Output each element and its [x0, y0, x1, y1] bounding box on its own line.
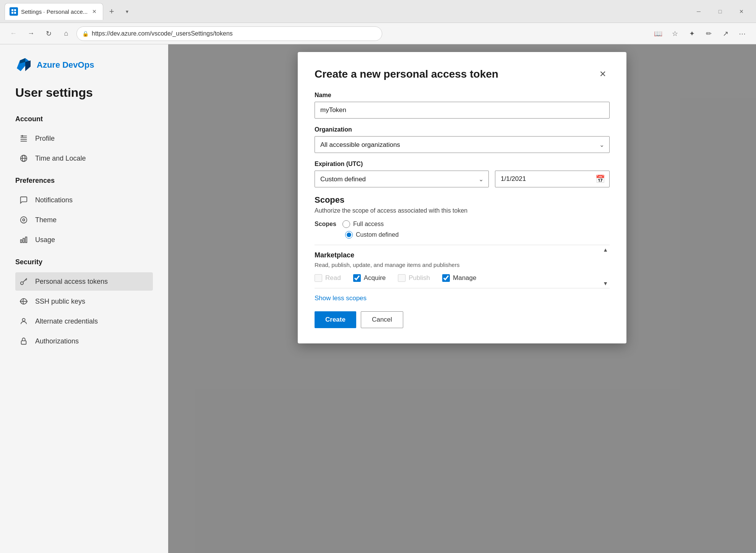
sidebar-section-security-title: Security	[15, 258, 153, 266]
org-field-group: Organization All accessible organization…	[315, 126, 610, 153]
org-select-wrapper: All accessible organizations ⌄	[315, 136, 610, 153]
custom-defined-radio[interactable]	[345, 231, 353, 239]
pen-button[interactable]: ✏	[701, 26, 716, 41]
expiration-select-wrapper: Custom defined ⌄	[315, 171, 489, 187]
manage-checkbox[interactable]	[442, 274, 450, 282]
toolbar-actions: 📖 ☆ ✦ ✏ ↗ ⋯	[651, 26, 750, 41]
custom-defined-label: Custom defined	[356, 231, 399, 238]
scopes-label: Scopes	[315, 221, 336, 228]
address-bar[interactable]: 🔒	[76, 26, 382, 41]
acquire-checkbox[interactable]	[353, 274, 361, 282]
sidebar-item-notifications[interactable]: Notifications	[15, 191, 153, 209]
sidebar-item-usage[interactable]: Usage	[15, 231, 153, 249]
page-title: User settings	[15, 86, 153, 100]
org-select[interactable]: All accessible organizations	[315, 136, 610, 153]
svg-rect-0	[11, 9, 13, 11]
full-access-option[interactable]: Full access	[342, 220, 384, 228]
acquire-label: Acquire	[364, 274, 386, 282]
checkbox-manage[interactable]: Manage	[442, 274, 476, 282]
reader-view-button[interactable]: 📖	[651, 26, 666, 41]
settings-menu-button[interactable]: ⋯	[735, 26, 750, 41]
date-input[interactable]	[495, 171, 610, 187]
checkbox-read[interactable]: Read	[315, 274, 341, 282]
sidebar-item-authorizations-label: Authorizations	[35, 337, 79, 345]
close-window-button[interactable]: ✕	[732, 4, 751, 19]
sidebar: Azure DevOps User settings Account Profi…	[0, 44, 168, 553]
checkbox-acquire[interactable]: Acquire	[353, 274, 386, 282]
svg-rect-1	[14, 9, 16, 11]
home-button[interactable]: ⌂	[59, 26, 73, 41]
expiration-select[interactable]: Custom defined	[315, 171, 489, 187]
publish-checkbox[interactable]	[398, 274, 406, 282]
svg-rect-15	[21, 240, 22, 242]
scopes-description: Authorize the scope of access associated…	[315, 207, 610, 214]
sidebar-item-profile-label: Profile	[35, 135, 55, 143]
full-access-label: Full access	[353, 221, 384, 228]
share-button[interactable]: ↗	[718, 26, 733, 41]
favorites-button[interactable]: ☆	[667, 26, 683, 41]
collections-button[interactable]: ✦	[684, 26, 699, 41]
maximize-button[interactable]: □	[710, 4, 730, 19]
scroll-up-button[interactable]: ▲	[603, 247, 608, 253]
name-input[interactable]	[315, 102, 610, 119]
date-input-wrapper: 📅	[495, 171, 610, 187]
sidebar-item-time-locale-label: Time and Locale	[35, 155, 86, 163]
sidebar-item-authorizations[interactable]: Authorizations	[15, 332, 153, 350]
checkbox-publish[interactable]: Publish	[398, 274, 430, 282]
sidebar-item-profile[interactable]: Profile	[15, 129, 153, 148]
sidebar-item-alt-creds-label: Alternate credentials	[35, 317, 98, 325]
sidebar-item-alt-creds[interactable]: Alternate credentials	[15, 312, 153, 330]
marketplace-checkboxes-row: Read Acquire Publish Manag	[315, 274, 610, 282]
marketplace-title: Marketplace	[315, 251, 610, 259]
read-label: Read	[325, 274, 341, 282]
show-less-scopes-link[interactable]: Show less scopes	[315, 294, 367, 302]
window-controls: ─ □ ✕	[689, 4, 751, 19]
ado-logo-icon	[15, 57, 32, 73]
sidebar-section-account-title: Account	[15, 115, 153, 123]
ado-title: Azure DevOps	[37, 60, 94, 70]
marketplace-section: ▲ Marketplace Read, publish, update, and…	[315, 245, 610, 288]
expiration-label: Expiration (UTC)	[315, 161, 610, 168]
svg-point-13	[21, 217, 27, 223]
full-access-radio[interactable]	[342, 220, 350, 228]
name-label: Name	[315, 92, 610, 99]
read-checkbox[interactable]	[315, 274, 322, 282]
svg-point-20	[22, 319, 25, 321]
cancel-button[interactable]: Cancel	[361, 311, 403, 328]
tab-favicon	[10, 7, 18, 16]
sidebar-item-time-locale[interactable]: Time and Locale	[15, 149, 153, 168]
svg-point-14	[23, 219, 25, 221]
modal-close-button[interactable]: ✕	[596, 67, 610, 81]
sidebar-item-theme[interactable]: Theme	[15, 211, 153, 229]
ado-header: Azure DevOps	[15, 57, 153, 73]
url-input[interactable]	[92, 30, 376, 37]
svg-rect-21	[21, 341, 26, 344]
browser-toolbar: ← → ↻ ⌂ 🔒 📖 ☆ ✦ ✏ ↗ ⋯	[0, 23, 756, 44]
tab-title: Settings · Personal acce...	[21, 8, 88, 15]
custom-defined-option[interactable]: Custom defined	[345, 231, 399, 239]
notifications-icon	[18, 195, 29, 205]
tab-bar: Settings · Personal acce... ✕ + ▾	[5, 3, 134, 20]
scopes-title: Scopes	[315, 195, 610, 205]
browser-tab[interactable]: Settings · Personal acce... ✕	[5, 3, 103, 20]
browser-titlebar: Settings · Personal acce... ✕ + ▾ ─ □ ✕	[0, 0, 756, 23]
create-button[interactable]: Create	[315, 311, 356, 328]
forward-button[interactable]: →	[24, 26, 38, 41]
svg-point-18	[21, 282, 23, 285]
sidebar-section-security: Security Personal access tokens	[15, 258, 153, 350]
minimize-button[interactable]: ─	[689, 4, 709, 19]
refresh-button[interactable]: ↻	[41, 26, 56, 41]
sidebar-item-ssh-label: SSH public keys	[35, 298, 85, 306]
theme-icon	[18, 215, 29, 225]
expiration-row: Custom defined ⌄ 📅	[315, 171, 610, 187]
back-button[interactable]: ←	[6, 26, 21, 41]
key-icon	[18, 276, 29, 287]
sidebar-item-ssh[interactable]: SSH public keys	[15, 292, 153, 311]
tab-close-button[interactable]: ✕	[91, 8, 98, 15]
sidebar-item-pat[interactable]: Personal access tokens	[15, 272, 153, 291]
tab-dropdown-button[interactable]: ▾	[120, 5, 134, 18]
sidebar-section-preferences: Preferences Notifications Theme	[15, 177, 153, 249]
scroll-down-button[interactable]: ▼	[603, 280, 608, 286]
new-tab-button[interactable]: +	[105, 5, 118, 18]
sidebar-section-preferences-title: Preferences	[15, 177, 153, 185]
